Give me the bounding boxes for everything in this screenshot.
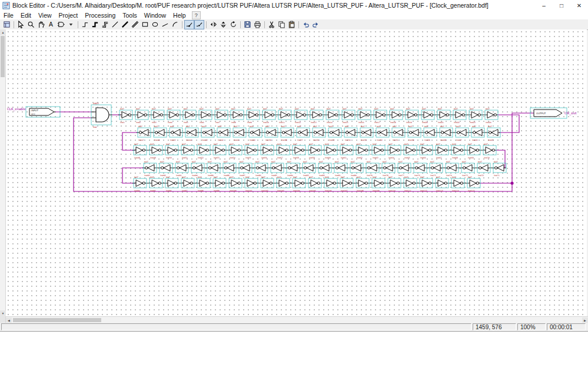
rubberbanding-toggle[interactable] [184,20,194,29]
horizontal-scroll-thumb[interactable] [13,318,101,322]
not-gate[interactable]: NOTinst90 [191,161,204,177]
not-gate[interactable]: NOTinst21 [437,108,450,124]
not-gate[interactable]: NOTinst107 [340,176,353,192]
ellipse-tool-button[interactable] [150,20,160,29]
not-gate[interactable]: NOTinst48 [134,143,147,159]
not-gate[interactable]: NOTinst52 [197,143,210,159]
print-button[interactable] [253,20,263,29]
not-gate[interactable]: NOTinst104 [293,176,305,192]
not-gate[interactable]: NOTinst16 [358,108,371,124]
not-gate[interactable]: NOTinst54 [229,143,242,159]
not-gate[interactable]: NOTinst106 [324,176,337,192]
not-gate[interactable]: NOTinst70 [483,143,496,159]
not-gate[interactable]: NOTinst91 [175,161,188,177]
not-gate[interactable]: NOTinst24 [485,108,498,124]
cut-button[interactable] [267,20,277,29]
not-gate[interactable]: NOTinst17 [374,108,387,124]
not-gate[interactable]: NOTinst115 [467,176,480,192]
not-gate[interactable]: NOTinst71 [493,161,506,177]
paste-button[interactable] [287,20,297,29]
not-gate[interactable]: NOTinst114 [451,176,464,192]
flip-vertical-button[interactable] [218,20,228,29]
not-gate[interactable]: NOTinst102 [261,176,274,192]
scroll-down-arrow-icon[interactable]: ▼ [0,310,6,316]
not-gate[interactable]: NOTinst12 [294,108,307,124]
not-gate[interactable]: NOTinst26 [471,125,484,141]
redo-button[interactable] [311,20,321,29]
not-gate[interactable]: NOTinst93 [144,161,157,177]
not-gate[interactable]: NOTinst72 [477,161,490,177]
schematic-canvas[interactable]: NOTinst1NOTinst2NOTinst3NOTinst4NOTinst5… [6,29,587,316]
not-gate[interactable]: NOTinst1 [119,108,132,124]
not-gate[interactable]: NOTinst6 [199,108,212,124]
not-gate[interactable]: NOTinst15 [342,108,355,124]
not-gate[interactable]: NOTinst66 [420,143,433,159]
not-gate[interactable]: NOTinst56 [261,143,274,159]
menu-view[interactable]: View [35,11,55,19]
not-gate[interactable]: NOTinst83 [303,161,315,177]
not-gate[interactable]: NOTinst57 [277,143,290,159]
scroll-up-arrow-icon[interactable]: ▲ [0,29,6,35]
not-gate[interactable]: NOTinst81 [334,161,347,177]
not-gate[interactable]: NOTinst41 [233,125,246,141]
input-pin[interactable]: INPUTVCCCLK_enable [7,107,60,117]
not-gate[interactable]: NOTinst53 [213,143,226,159]
selection-tool-button[interactable] [16,20,26,29]
not-gate[interactable]: NOTinst111 [404,176,417,192]
not-gate[interactable]: NOTinst69 [467,143,480,159]
not-gate[interactable]: NOTinst10 [263,108,275,124]
not-gate[interactable]: NOTinst63 [372,143,385,159]
not-gate[interactable]: NOTinst45 [170,125,182,141]
not-gate[interactable]: NOTinst44 [185,125,198,141]
menu-edit[interactable]: Edit [17,11,35,19]
not-gate[interactable]: NOTinst86 [255,161,268,177]
orthogonal-conduit-tool-button[interactable] [100,20,110,29]
not-gate[interactable]: NOTinst55 [245,143,258,159]
not-gate[interactable]: NOTinst62 [356,143,369,159]
not-gate[interactable]: NOTinst28 [440,125,453,141]
not-gate[interactable]: NOTinst97 [181,176,194,192]
not-gate[interactable]: NOTinst99 [213,176,226,192]
minimize-button[interactable]: – [535,0,553,11]
not-gate[interactable]: NOTinst96 [165,176,178,192]
save-button[interactable] [242,20,253,29]
flip-horizontal-button[interactable] [208,20,218,29]
wire[interactable] [74,118,512,191]
not-gate[interactable]: NOTinst13 [310,108,323,124]
not-gate[interactable]: NOTinst31 [392,125,405,141]
wire[interactable] [512,113,534,183]
not-gate[interactable]: NOTinst79 [366,161,379,177]
not-gate[interactable]: NOTinst74 [446,161,459,177]
menu-help[interactable]: Help [170,11,190,19]
vertical-scrollbar[interactable]: ▲ ▼ [0,29,6,316]
not-gate[interactable]: NOTinst68 [451,143,464,159]
not-gate[interactable]: NOTinst7 [215,108,228,124]
not-gate[interactable]: NOTinst30 [408,125,421,141]
not-gate[interactable]: NOTinst87 [239,161,252,177]
not-gate[interactable]: NOTinst18 [390,108,403,124]
not-gate[interactable]: NOTinst65 [404,143,417,159]
rectangle-tool-button[interactable] [140,20,150,29]
wire[interactable] [497,115,519,133]
diagonal-bus-tool-button[interactable] [120,20,130,29]
symbol-tool-button[interactable] [56,20,66,29]
vertical-scroll-thumb[interactable] [1,36,5,77]
not-gate[interactable]: NOTinst8 [231,108,244,124]
not-gate[interactable]: NOTinst110 [388,176,401,192]
block-editor-icon-button[interactable] [2,20,12,29]
not-gate[interactable]: NOTinst43 [201,125,214,141]
line-tool-button[interactable] [160,20,170,29]
context-help-icon[interactable]: ? [192,11,201,19]
not-gate[interactable]: NOTinst67 [436,143,449,159]
not-gate[interactable]: NOTinst58 [293,143,305,159]
not-gate[interactable]: NOTinst35 [328,125,341,141]
hand-tool-button[interactable] [36,20,46,29]
not-gate[interactable]: NOTinst47 [138,125,151,141]
text-tool-button[interactable]: A [46,20,56,29]
not-gate[interactable]: NOTinst23 [469,108,482,124]
not-gate[interactable]: NOTinst82 [318,161,331,177]
arc-tool-button[interactable] [170,20,180,29]
not-gate[interactable]: NOTinst84 [287,161,300,177]
close-button[interactable]: ✕ [570,0,588,11]
menu-project[interactable]: Project [55,11,82,19]
